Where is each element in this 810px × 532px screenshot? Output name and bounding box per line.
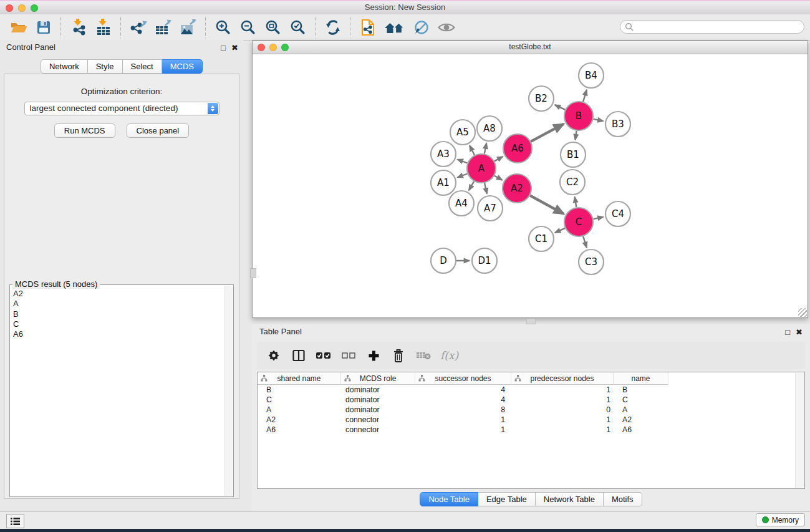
close-panel-icon[interactable]: ✖ <box>231 43 238 52</box>
tab-motifs[interactable]: Motifs <box>604 492 642 506</box>
delete-column-trash-icon[interactable] <box>390 346 407 365</box>
list-item[interactable]: A <box>13 299 224 309</box>
column-header-name[interactable]: name <box>614 372 668 385</box>
column-header-successor-nodes[interactable]: successor nodes <box>415 372 511 385</box>
tab-network[interactable]: Network <box>41 59 88 74</box>
maximize-window-icon[interactable] <box>31 4 38 12</box>
export-image-icon[interactable] <box>176 17 201 38</box>
delete-table-icon[interactable] <box>415 346 432 365</box>
resize-grip-icon[interactable] <box>798 308 807 317</box>
tab-mcds[interactable]: MCDS <box>162 59 203 74</box>
graph-node-A2[interactable]: A2 <box>503 174 531 203</box>
import-table-icon[interactable] <box>91 17 116 38</box>
close-panel-button[interactable]: Close panel <box>127 123 190 138</box>
list-item[interactable]: B <box>13 309 224 319</box>
close-network-icon[interactable] <box>258 44 265 51</box>
graph-node-B4[interactable]: B4 <box>579 63 604 88</box>
tab-node-table[interactable]: Node Table <box>420 492 478 506</box>
export-table-icon[interactable] <box>151 17 176 38</box>
tab-network-table[interactable]: Network Table <box>536 492 604 506</box>
open-session-icon[interactable] <box>6 17 31 38</box>
graph-node-C2[interactable]: C2 <box>560 170 585 195</box>
maximize-network-icon[interactable] <box>281 44 289 51</box>
network-canvas[interactable]: B4B2BB3A8A5A6A3B1AC2A1A2A4A7C4CC1DD1C3 <box>253 54 808 317</box>
table-settings-gear-icon[interactable] <box>266 346 282 365</box>
unselect-all-columns-icon[interactable] <box>340 346 357 365</box>
create-column-icon[interactable] <box>365 346 382 365</box>
table-row[interactable]: Bdominator41B <box>258 385 804 395</box>
graph-edge-B-B4[interactable] <box>583 90 587 102</box>
graph-node-C[interactable]: C <box>564 208 593 236</box>
first-neighbors-icon[interactable] <box>380 17 409 38</box>
graph-node-A8[interactable]: A8 <box>477 116 502 141</box>
graph-edge-A-A6[interactable] <box>494 157 503 161</box>
graph-edge-C-C4[interactable] <box>594 217 604 219</box>
minimize-window-icon[interactable] <box>18 4 26 12</box>
graph-edge-C-C3[interactable] <box>583 236 587 248</box>
graph-node-B1[interactable]: B1 <box>561 142 586 167</box>
close-window-icon[interactable] <box>6 4 13 12</box>
float-panel-icon[interactable]: □ <box>221 43 226 52</box>
splitter-handle[interactable] <box>250 268 256 278</box>
window-controls[interactable] <box>6 4 38 12</box>
graph-node-A[interactable]: A <box>467 154 496 183</box>
memory-button[interactable]: Memory <box>756 513 805 526</box>
search-box[interactable] <box>620 20 804 34</box>
graph-node-A5[interactable]: A5 <box>450 120 475 145</box>
optimization-criterion-dropdown[interactable]: largest connected component (directed) <box>24 102 219 115</box>
graph-node-A6[interactable]: A6 <box>503 134 532 163</box>
column-header-shared-name[interactable]: shared name <box>258 372 341 385</box>
splitter-handle[interactable] <box>526 319 536 324</box>
graph-node-A1[interactable]: A1 <box>431 170 456 195</box>
apply-style-icon[interactable] <box>409 17 434 38</box>
graph-node-A3[interactable]: A3 <box>431 142 456 167</box>
zoom-in-icon[interactable] <box>211 17 236 38</box>
network-window-controls[interactable] <box>258 44 289 51</box>
tab-style[interactable]: Style <box>88 59 123 74</box>
graph-edge-A6-B[interactable] <box>531 124 564 142</box>
graph-node-B2[interactable]: B2 <box>529 86 554 111</box>
mcds-list-scrollbar[interactable] <box>224 286 233 496</box>
graph-edge-B-B3[interactable] <box>594 119 604 121</box>
show-columns-icon[interactable] <box>291 346 307 365</box>
list-item[interactable]: C <box>13 319 224 329</box>
column-header-predecessor-nodes[interactable]: predecessor nodes <box>511 372 614 385</box>
column-header-mcds-role[interactable]: MCDS role <box>341 372 415 385</box>
float-table-panel-icon[interactable]: □ <box>785 327 790 337</box>
show-hide-icon[interactable] <box>434 17 459 38</box>
task-history-button[interactable] <box>6 514 24 528</box>
tab-edge-table[interactable]: Edge Table <box>478 492 536 506</box>
select-all-columns-icon[interactable] <box>316 346 332 365</box>
save-session-icon[interactable] <box>31 17 56 38</box>
table-row[interactable]: Adominator80A <box>258 405 804 415</box>
graph-node-D1[interactable]: D1 <box>472 248 497 273</box>
graph-node-B[interactable]: B <box>564 102 593 130</box>
zoom-selected-icon[interactable] <box>286 17 311 38</box>
function-builder-button[interactable]: f(x) <box>440 346 458 365</box>
table-row[interactable]: A6connector11A6 <box>258 425 804 435</box>
export-network-icon[interactable] <box>126 17 151 38</box>
graph-edge-A-A1[interactable] <box>458 174 468 178</box>
graph-node-C3[interactable]: C3 <box>579 249 604 274</box>
graph-node-A4[interactable]: A4 <box>449 191 474 216</box>
zoom-fit-icon[interactable] <box>261 17 286 38</box>
zoom-out-icon[interactable] <box>236 17 261 38</box>
search-input[interactable] <box>634 22 804 32</box>
graph-node-D[interactable]: D <box>431 248 456 273</box>
graph-edge-B-B2[interactable] <box>555 105 566 110</box>
graph-edge-A-A5[interactable] <box>470 145 475 155</box>
graph-edge-A-A3[interactable] <box>458 160 468 163</box>
table-row[interactable]: Cdominator41C <box>258 395 804 405</box>
network-from-file-icon[interactable] <box>355 17 380 38</box>
graph-edge-A2-C[interactable] <box>530 196 564 215</box>
minimize-network-icon[interactable] <box>269 44 277 51</box>
table-row[interactable]: A2connector11A2 <box>258 415 804 425</box>
table-scrollbar[interactable] <box>795 373 804 488</box>
graph-node-C1[interactable]: C1 <box>529 226 554 251</box>
graph-edge-B-B1[interactable] <box>575 131 576 140</box>
graph-edge-C-C1[interactable] <box>555 228 565 233</box>
graph-edge-A-A8[interactable] <box>485 143 486 154</box>
graph-node-C4[interactable]: C4 <box>605 201 630 226</box>
graph-edge-A-A7[interactable] <box>485 183 487 193</box>
graph-edge-C-C2[interactable] <box>575 197 577 208</box>
